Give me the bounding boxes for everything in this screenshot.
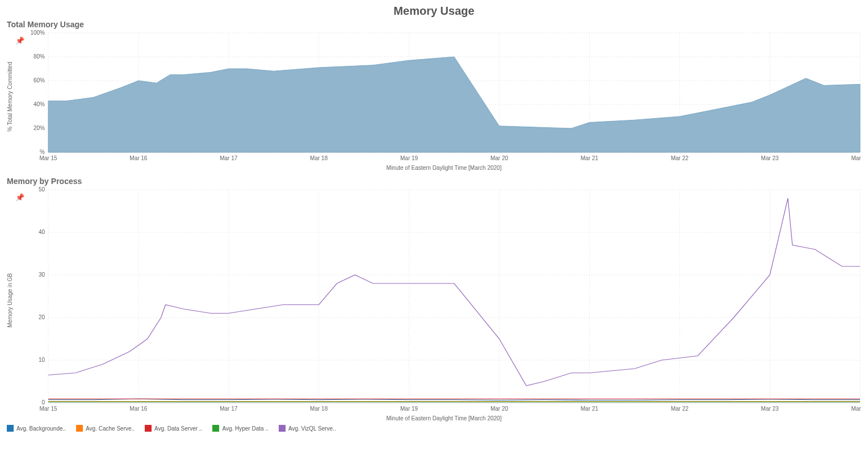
chart1-plot[interactable]: %20%40%60%80%100%Mar 15Mar 16Mar 17Mar 1… bbox=[26, 30, 861, 164]
chart2-title: Memory by Process bbox=[7, 177, 861, 186]
chart1-title: Total Memory Usage bbox=[7, 20, 861, 29]
svg-text:Mar 24: Mar 24 bbox=[851, 155, 861, 161]
legend-label: Avg. Backgrounde.. bbox=[16, 425, 66, 432]
svg-text:50: 50 bbox=[39, 187, 45, 193]
pin-icon[interactable]: 📌 bbox=[15, 30, 24, 44]
legend-swatch bbox=[7, 425, 14, 432]
legend-label: Avg. Hyper Data .. bbox=[222, 425, 269, 432]
svg-text:%: % bbox=[40, 149, 45, 155]
legend-item[interactable]: Avg. Hyper Data .. bbox=[212, 425, 269, 432]
svg-text:100%: 100% bbox=[30, 30, 45, 36]
svg-text:30: 30 bbox=[39, 272, 45, 278]
svg-text:Mar 22: Mar 22 bbox=[671, 155, 689, 161]
chart2: Memory Usage in GB 📌 01020304050Mar 15Ma… bbox=[7, 187, 861, 414]
legend-swatch bbox=[145, 425, 152, 432]
svg-text:20%: 20% bbox=[33, 125, 45, 131]
chart1: % Total Memory Committed 📌 %20%40%60%80%… bbox=[7, 30, 861, 164]
svg-text:Mar 19: Mar 19 bbox=[400, 155, 418, 161]
legend-item[interactable]: Avg. VizQL Serve.. bbox=[279, 425, 336, 432]
svg-text:Mar 19: Mar 19 bbox=[400, 406, 418, 412]
svg-text:Mar 17: Mar 17 bbox=[220, 406, 238, 412]
chart2-ylabel: Memory Usage in GB bbox=[7, 273, 13, 328]
legend-label: Avg. Cache Serve.. bbox=[86, 425, 135, 432]
svg-text:Mar 18: Mar 18 bbox=[310, 155, 328, 161]
svg-text:Mar 16: Mar 16 bbox=[129, 406, 148, 412]
svg-text:Mar 23: Mar 23 bbox=[761, 155, 779, 161]
svg-text:60%: 60% bbox=[33, 77, 45, 83]
svg-text:Mar 22: Mar 22 bbox=[671, 406, 689, 412]
legend-swatch bbox=[212, 425, 219, 432]
svg-text:40%: 40% bbox=[33, 101, 45, 107]
chart2-legend: Avg. Backgrounde..Avg. Cache Serve..Avg.… bbox=[7, 425, 861, 432]
svg-text:Mar 15: Mar 15 bbox=[39, 155, 57, 161]
legend-swatch bbox=[279, 425, 286, 432]
legend-item[interactable]: Avg. Backgrounde.. bbox=[7, 425, 66, 432]
svg-text:Mar 24: Mar 24 bbox=[851, 406, 861, 412]
svg-text:Mar 18: Mar 18 bbox=[310, 406, 328, 412]
chart2-xlabel: Minute of Eastern Daylight Time [March 2… bbox=[35, 415, 853, 421]
svg-text:Mar 16: Mar 16 bbox=[129, 155, 148, 161]
svg-text:Mar 17: Mar 17 bbox=[220, 155, 238, 161]
svg-text:0: 0 bbox=[41, 399, 45, 406]
svg-text:80%: 80% bbox=[33, 53, 45, 60]
svg-text:10: 10 bbox=[39, 357, 45, 363]
chart1-xlabel: Minute of Eastern Daylight Time [March 2… bbox=[35, 165, 853, 171]
page-title: Memory Usage bbox=[7, 5, 861, 18]
legend-item[interactable]: Avg. Cache Serve.. bbox=[76, 425, 135, 432]
chart2-plot[interactable]: 01020304050Mar 15Mar 16Mar 17Mar 18Mar 1… bbox=[26, 187, 861, 414]
pin-icon[interactable]: 📌 bbox=[15, 187, 24, 201]
svg-text:Mar 20: Mar 20 bbox=[490, 155, 509, 161]
svg-text:20: 20 bbox=[39, 314, 45, 320]
svg-text:40: 40 bbox=[39, 229, 45, 235]
svg-text:Mar 21: Mar 21 bbox=[581, 406, 599, 412]
svg-text:Mar 21: Mar 21 bbox=[581, 155, 599, 161]
svg-text:Mar 23: Mar 23 bbox=[761, 406, 779, 412]
legend-item[interactable]: Avg. Data Server .. bbox=[145, 425, 202, 432]
legend-label: Avg. VizQL Serve.. bbox=[288, 425, 336, 432]
legend-label: Avg. Data Server .. bbox=[154, 425, 202, 432]
legend-swatch bbox=[76, 425, 83, 432]
chart1-ylabel: % Total Memory Committed bbox=[7, 62, 13, 132]
svg-text:Mar 15: Mar 15 bbox=[39, 406, 57, 412]
svg-text:Mar 20: Mar 20 bbox=[490, 406, 509, 412]
